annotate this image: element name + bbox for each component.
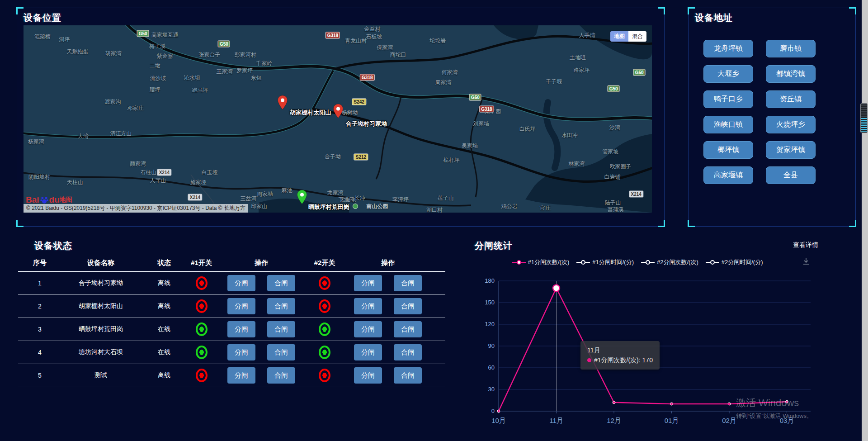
download-icon[interactable] bbox=[802, 257, 810, 267]
device-name: 塘坊河村大石坝 bbox=[58, 348, 144, 356]
open-switch2-button[interactable]: 分闸 bbox=[354, 321, 382, 337]
map-copyright: © 2021 Baidu - GS(2019)5218号 - 甲测资字11009… bbox=[24, 204, 248, 213]
legend-item[interactable]: #2分闸次数/(次) bbox=[641, 258, 698, 266]
close-switch2-button[interactable]: 合闸 bbox=[394, 344, 422, 360]
x-axis-tick-label: 10月 bbox=[491, 417, 506, 424]
table-row: 5测试离线分闸合闸分闸合闸 bbox=[18, 364, 445, 387]
page-scrollbar-thumb[interactable] bbox=[860, 103, 868, 133]
page-scrollbar-track[interactable] bbox=[862, 0, 868, 441]
corner-decoration bbox=[849, 220, 856, 227]
address-button[interactable]: 磨市镇 bbox=[766, 40, 816, 57]
close-switch2-button[interactable]: 合闸 bbox=[394, 275, 422, 291]
device-map-pin[interactable] bbox=[333, 104, 344, 119]
legend-label: #2分闸次数/(次) bbox=[657, 258, 698, 266]
road-shield-badge: X214 bbox=[188, 194, 202, 201]
map-place-label: 桅杆坪 bbox=[443, 156, 460, 164]
open-switch2-button[interactable]: 分闸 bbox=[354, 275, 382, 291]
map-place-label: 沙湾 bbox=[609, 124, 620, 132]
operation2-cell: 分闸合闸 bbox=[345, 321, 431, 337]
y-axis-tick-label: 150 bbox=[485, 299, 495, 306]
address-button[interactable]: 火烧坪乡 bbox=[766, 116, 816, 133]
map-place-label: 张家台子 bbox=[198, 51, 220, 58]
address-button[interactable]: 榔坪镇 bbox=[703, 141, 753, 159]
legend-item[interactable]: #1分闸时间/(分) bbox=[576, 258, 634, 266]
device-name: 测试 bbox=[58, 371, 144, 379]
map-place-label: 彭家河村 bbox=[235, 51, 256, 58]
address-button[interactable]: 全县 bbox=[766, 166, 816, 184]
map-place-label: 干子堰 bbox=[546, 77, 562, 85]
close-switch2-button[interactable]: 合闸 bbox=[394, 298, 422, 314]
open-switch1-button[interactable]: 分闸 bbox=[227, 298, 255, 314]
legend-circle bbox=[646, 260, 650, 265]
column-header: #2开关 bbox=[304, 259, 345, 267]
corner-decoration bbox=[658, 220, 665, 227]
close-switch2-button[interactable]: 合闸 bbox=[394, 367, 422, 384]
close-switch2-button[interactable]: 合闸 bbox=[394, 321, 422, 337]
switch1-cell bbox=[184, 322, 218, 336]
close-switch1-button[interactable]: 合闸 bbox=[267, 367, 295, 384]
map-type-mix-button[interactable]: 混合 bbox=[628, 31, 646, 42]
address-button[interactable]: 高家堰镇 bbox=[703, 166, 753, 184]
map-panel-title: 设备位置 bbox=[24, 12, 61, 24]
legend-label: #1分闸次数/(次) bbox=[528, 258, 570, 266]
baidu-map[interactable]: 笔架槽洞坪高家堰互通天鹅抱蛋胡家湾梅子溪紫金寨二墩张家台子彭家河村千家岭王家湾罗… bbox=[24, 25, 652, 213]
operation2-cell: 分闸合闸 bbox=[345, 344, 431, 360]
switch2-cell bbox=[304, 346, 345, 359]
map-type-map-button[interactable]: 地图 bbox=[610, 31, 628, 42]
close-switch1-button[interactable]: 合闸 bbox=[267, 298, 295, 314]
address-button[interactable]: 都镇湾镇 bbox=[766, 65, 816, 83]
close-switch1-button[interactable]: 合闸 bbox=[267, 275, 295, 291]
data-point bbox=[786, 400, 788, 403]
road-shield-badge: G50 bbox=[218, 40, 230, 47]
address-button[interactable]: 大堰乡 bbox=[703, 65, 753, 83]
address-button[interactable]: 贺家坪镇 bbox=[766, 141, 816, 159]
open-switch2-button[interactable]: 分闸 bbox=[354, 367, 382, 384]
address-button[interactable]: 龙舟坪镇 bbox=[703, 40, 753, 57]
y-axis-tick-label: 90 bbox=[488, 342, 495, 349]
table-row: 4塘坊河村大石坝在线分闸合闸分闸合闸 bbox=[18, 341, 445, 364]
address-button[interactable]: 资丘镇 bbox=[766, 90, 816, 108]
map-place-label: 颜家湾 bbox=[130, 160, 146, 168]
view-details-link[interactable]: 查看详情 bbox=[793, 241, 818, 249]
data-point bbox=[613, 401, 615, 404]
open-switch2-button[interactable]: 分闸 bbox=[354, 298, 382, 314]
baidu-paw-icon bbox=[40, 195, 49, 204]
map-place-label: 刘家垴 bbox=[473, 119, 489, 127]
y-axis-tick-label: 120 bbox=[485, 321, 495, 327]
open-switch1-button[interactable]: 分闸 bbox=[227, 275, 255, 291]
map-place-label: 跑马坪 bbox=[192, 86, 208, 94]
address-button-grid: 龙舟坪镇磨市镇大堰乡都镇湾镇鸭子口乡资丘镇渔峡口镇火烧坪乡榔坪镇贺家坪镇高家堰镇… bbox=[703, 40, 816, 184]
map-place-label: 土地咀 bbox=[570, 54, 586, 62]
switch2-indicator-green bbox=[319, 322, 330, 336]
highlighted-data-point bbox=[553, 285, 560, 292]
legend-item[interactable]: #2分闸时间/(分) bbox=[706, 258, 763, 266]
switch-off-statistics-panel: 分闸统计 查看详情 #1分闸次数/(次)#1分闸时间/(分)#2分闸次数/(次)… bbox=[466, 237, 827, 436]
operation1-cell: 分闸合闸 bbox=[218, 321, 304, 337]
open-switch1-button[interactable]: 分闸 bbox=[227, 367, 255, 384]
close-switch1-button[interactable]: 合闸 bbox=[267, 344, 295, 360]
legend-label: #1分闸时间/(分) bbox=[592, 258, 634, 266]
address-button[interactable]: 渔峡口镇 bbox=[703, 116, 753, 133]
operation2-cell: 分闸合闸 bbox=[345, 275, 431, 291]
device-map-pin[interactable] bbox=[277, 95, 288, 110]
device-status: 在线 bbox=[144, 325, 184, 333]
legend-line-icon bbox=[641, 260, 655, 265]
map-place-label: 王家湾 bbox=[217, 67, 233, 75]
map-place-label: 菖蒲溪 bbox=[607, 205, 623, 213]
device-pin-label: 晒鼓坪村荒田岗 bbox=[308, 203, 349, 211]
road-shield-badge: G50 bbox=[608, 85, 620, 92]
open-switch1-button[interactable]: 分闸 bbox=[227, 344, 255, 360]
open-switch1-button[interactable]: 分闸 bbox=[227, 321, 255, 337]
open-switch2-button[interactable]: 分闸 bbox=[354, 344, 382, 360]
map-place-label: 二墩 bbox=[150, 62, 160, 70]
legend-item[interactable]: #1分闸次数/(次) bbox=[512, 258, 570, 266]
address-button[interactable]: 鸭子口乡 bbox=[703, 90, 753, 108]
chart-legend: #1分闸次数/(次)#1分闸时间/(分)#2分闸次数/(次)#2分闸时间/(分) bbox=[466, 258, 809, 266]
column-header: 操作 bbox=[345, 259, 431, 267]
map-place-label: 白玉垭 bbox=[201, 168, 217, 176]
park-icon bbox=[353, 204, 358, 209]
close-switch1-button[interactable]: 合闸 bbox=[267, 321, 295, 337]
device-status-table: 序号设备名称状态#1开关操作#2开关操作1合子坳村习家坳离线分闸合闸分闸合闸2胡… bbox=[18, 255, 445, 387]
device-name: 胡家棚村太阳山 bbox=[58, 302, 144, 310]
device-map-pin[interactable] bbox=[297, 190, 307, 205]
